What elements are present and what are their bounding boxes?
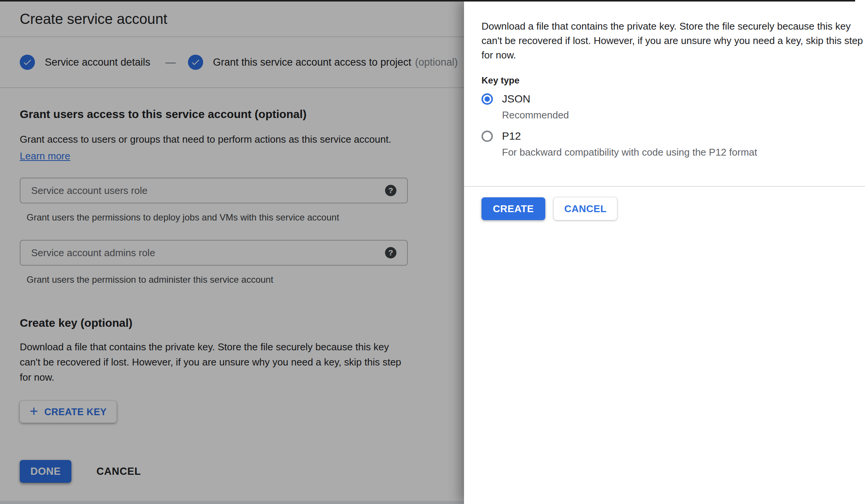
key-type-option-json[interactable]: JSON [481, 92, 865, 106]
modal-scrim [0, 0, 464, 504]
option-label: P12 [502, 129, 521, 143]
description-line: Download a file that contains the privat… [481, 19, 865, 33]
radio-selected-icon [481, 93, 493, 105]
description-line: can't be recovered if lost. However, if … [481, 33, 865, 48]
option-label: JSON [502, 92, 530, 106]
create-button[interactable]: CREATE [481, 197, 545, 220]
cancel-button[interactable]: CANCEL [554, 197, 617, 220]
create-key-panel: Download a file that contains the privat… [464, 0, 865, 504]
key-description: Download a file that contains the privat… [481, 0, 865, 62]
panel-divider [464, 186, 865, 187]
create-button-label: CREATE [493, 203, 534, 215]
p12-option-sublabel: For backward compatibility with code usi… [502, 146, 865, 158]
key-type-option-p12[interactable]: P12 [481, 129, 865, 143]
panel-actions: CREATE CANCEL [481, 197, 865, 220]
window-top-border [0, 0, 855, 2]
json-option-sublabel: Recommended [502, 109, 865, 121]
radio-unselected-icon [481, 131, 493, 142]
description-line: for now. [481, 48, 865, 62]
cancel-button-label: CANCEL [564, 203, 606, 215]
key-type-label: Key type [481, 75, 865, 86]
